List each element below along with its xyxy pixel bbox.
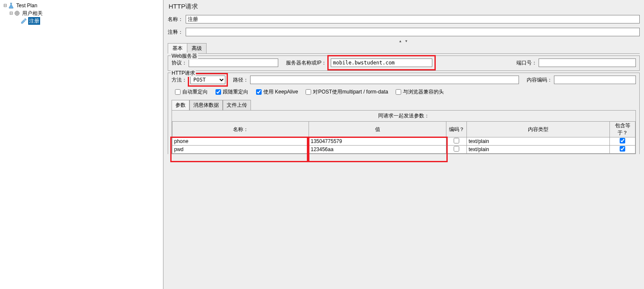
method-select[interactable]: POST	[190, 76, 225, 84]
encoding-input[interactable]	[554, 76, 636, 84]
tree-root-label: Test Plan	[15, 2, 38, 9]
port-label: 端口号：	[516, 59, 537, 67]
collapse-icon[interactable]: ⊟	[3, 2, 8, 9]
ptab-body[interactable]: 消息体数据	[189, 100, 223, 110]
ptab-files[interactable]: 文件上传	[223, 100, 251, 110]
params-caption: 同请求一起发送参数：	[172, 111, 635, 121]
options-row: 自动重定向 跟随重定向 使用 KeepAlive 对POST使用multipar…	[172, 88, 636, 96]
cell-encode[interactable]	[446, 146, 467, 154]
divider: ▲ ▼	[168, 41, 640, 42]
gear-icon	[14, 10, 20, 17]
comment-row: 注释：	[168, 28, 640, 36]
dropper-icon	[20, 18, 27, 24]
name-input[interactable]	[186, 15, 640, 23]
tree-root[interactable]: ⊟ Test Plan	[2, 2, 163, 9]
cell-ctype[interactable]: text/plain	[467, 146, 610, 154]
httpreq-group: HTTP请求 方法： POST 路径： 内容编码： 自动重定向 跟随重定向 使用…	[168, 73, 640, 154]
protocol-label: 协议：	[172, 59, 187, 67]
cell-name[interactable]: pwd	[172, 146, 309, 154]
method-label: 方法：	[172, 76, 187, 84]
server-input[interactable]	[331, 58, 432, 67]
cell-ctype[interactable]: text/plain	[467, 137, 610, 146]
col-ctype[interactable]: 内容类型	[467, 122, 610, 137]
tree-group-label: 用户相关	[21, 9, 44, 17]
port-input[interactable]	[539, 58, 636, 67]
httpreq-legend: HTTP请求	[171, 70, 196, 77]
name-row: 名称：	[168, 15, 640, 23]
cell-name[interactable]: phone	[172, 137, 309, 146]
chk-browser-compat[interactable]: 与浏览器兼容的头	[396, 88, 444, 96]
col-include[interactable]: 包含等于？	[610, 122, 635, 137]
flask-icon	[8, 2, 15, 9]
panel-title: HTTP请求	[169, 3, 640, 11]
tree-panel: ⊟ Test Plan ⊟ 用户相关 注册	[0, 0, 163, 289]
name-label: 名称：	[168, 16, 183, 23]
chk-multipart[interactable]: 对POST使用multipart / form-data	[306, 88, 388, 96]
col-name[interactable]: 名称：	[172, 122, 309, 137]
table-row[interactable]: pwd123456aatext/plain	[172, 146, 635, 154]
config-tabs: 基本 高级	[168, 43, 640, 54]
ptab-params[interactable]: 参数	[172, 100, 189, 110]
server-label: 服务器名称或IP：	[286, 59, 326, 67]
cell-include[interactable]	[610, 146, 635, 154]
table-row[interactable]: phone13504775579text/plain	[172, 137, 635, 146]
webserver-group: Web服务器 协议： 服务器名称或IP： 端口号：	[168, 55, 640, 71]
comment-label: 注释：	[168, 29, 183, 36]
webserver-legend: Web服务器	[171, 53, 198, 60]
params-table: 名称： 值 编码？ 内容类型 包含等于？ phone13504775579tex…	[172, 121, 635, 154]
collapse-icon[interactable]: ⊟	[9, 9, 14, 17]
comment-input[interactable]	[186, 28, 640, 36]
cell-value[interactable]: 13504775579	[309, 137, 446, 146]
tree-item[interactable]: 注册	[2, 17, 163, 25]
path-input[interactable]	[250, 76, 519, 84]
main-panel: HTTP请求 名称： 注释： ▲ ▼ 基本 高级 Web服务器 协议： 服务器名…	[163, 0, 644, 289]
tree-item-label: 注册	[28, 17, 40, 25]
svg-point-1	[16, 12, 18, 14]
chk-keepalive[interactable]: 使用 KeepAlive	[256, 88, 298, 96]
chk-auto-redirect[interactable]: 自动重定向	[175, 88, 208, 96]
encoding-label: 内容编码：	[527, 76, 552, 84]
path-label: 路径：	[233, 76, 248, 84]
col-value[interactable]: 值	[309, 122, 446, 137]
chk-follow-redirect[interactable]: 跟随重定向	[216, 88, 248, 96]
col-encode[interactable]: 编码？	[446, 122, 467, 137]
tree-group[interactable]: ⊟ 用户相关	[2, 9, 163, 17]
protocol-input[interactable]	[189, 58, 278, 67]
params-tabs: 参数 消息体数据 文件上传	[172, 100, 636, 110]
cell-encode[interactable]	[446, 137, 467, 146]
cell-value[interactable]: 123456aa	[309, 146, 446, 154]
params-header-row: 名称： 值 编码？ 内容类型 包含等于？	[172, 122, 635, 137]
cell-include[interactable]	[610, 137, 635, 146]
